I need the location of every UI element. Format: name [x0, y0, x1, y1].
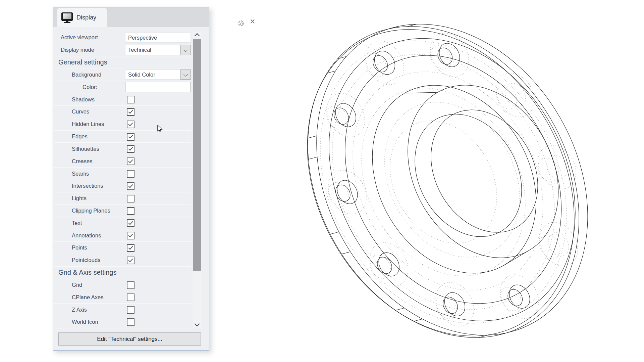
row-world-icon: World Icon	[54, 316, 191, 328]
checkbox-world-icon[interactable]	[127, 318, 135, 326]
scroll-up-icon[interactable]	[193, 32, 202, 39]
label-shadows: Shadows	[54, 96, 95, 103]
label-hidden-lines: Hidden Lines	[54, 121, 104, 127]
label-general-settings: General settings	[54, 58, 107, 66]
checkbox-creases[interactable]	[127, 157, 135, 165]
row-creases: Creases	[54, 155, 191, 168]
section-header-grid-axis-settings: Grid & Axis settings	[54, 267, 191, 279]
row-cplane-axes: CPlane Axes	[54, 291, 191, 304]
checkbox-grid[interactable]	[127, 281, 135, 289]
checkbox-cplane-axes[interactable]	[127, 293, 135, 301]
row-clipping-planes: Clipping Planes	[54, 205, 191, 217]
value-active-viewport: Perspective	[125, 33, 191, 43]
scrollbar[interactable]	[193, 32, 202, 328]
row-text: Text	[54, 217, 191, 229]
row-hidden-lines: Hidden Lines	[54, 118, 191, 131]
label-cplane-axes: CPlane Axes	[54, 294, 103, 301]
label-pointclouds: Pointclouds	[54, 257, 100, 263]
label-background: Background	[54, 72, 101, 78]
section-header-general-settings: General settings	[54, 56, 191, 69]
chevron-down-icon[interactable]	[180, 70, 191, 80]
checkbox-pointclouds[interactable]	[127, 257, 135, 264]
row-annotations: Annotations	[54, 229, 191, 242]
checkbox-clipping-planes[interactable]	[127, 207, 135, 215]
edit-technical-settings-button[interactable]: Edit "Technical" settings...	[58, 332, 201, 346]
color-swatch[interactable]	[125, 82, 191, 92]
label-lights: Lights	[54, 195, 87, 201]
checkbox-lights[interactable]	[127, 195, 135, 202]
checkbox-hidden-lines[interactable]	[127, 121, 135, 128]
row-shadows: Shadows	[54, 93, 191, 106]
row-points: Points	[54, 242, 191, 254]
label-annotations: Annotations	[54, 232, 101, 239]
label-seams: Seams	[54, 171, 89, 177]
checkbox-annotations[interactable]	[127, 232, 135, 239]
label-curves: Curves	[54, 108, 89, 115]
label-grid-axis-settings: Grid & Axis settings	[54, 269, 116, 276]
label-silhouettes: Silhouettes	[54, 146, 99, 152]
row-intersections: Intersections	[54, 180, 191, 192]
row-grid: Grid	[54, 279, 191, 291]
label-world-icon: World Icon	[54, 319, 98, 325]
row-lights: Lights	[54, 192, 191, 205]
checkbox-shadows[interactable]	[127, 96, 135, 103]
checkbox-seams[interactable]	[127, 170, 135, 178]
row-curves: Curves	[54, 106, 191, 118]
row-silhouettes: Silhouettes	[54, 143, 191, 155]
label-creases: Creases	[54, 158, 92, 165]
chevron-down-icon[interactable]	[180, 45, 191, 55]
label-clipping-planes: Clipping Planes	[54, 208, 110, 214]
row-color: Color:	[54, 81, 191, 93]
scrollbar-thumb[interactable]	[193, 39, 201, 271]
settings-rows: Active viewport Perspective Display mode…	[54, 32, 191, 328]
checkbox-points[interactable]	[127, 244, 135, 252]
row-active-viewport: Active viewport Perspective	[54, 32, 191, 44]
label-intersections: Intersections	[54, 183, 103, 189]
label-active-viewport: Active viewport	[54, 34, 98, 41]
checkbox-curves[interactable]	[127, 108, 135, 116]
checkbox-intersections[interactable]	[127, 182, 135, 190]
monitor-icon	[61, 12, 73, 23]
checkbox-z-axis[interactable]	[127, 306, 135, 314]
label-z-axis: Z Axis	[54, 307, 87, 313]
panel-tabbar: Display ×	[53, 7, 209, 27]
gear-icon[interactable]	[238, 20, 244, 26]
row-edges: Edges	[54, 131, 191, 143]
label-text: Text	[54, 220, 82, 226]
row-seams: Seams	[54, 168, 191, 180]
checkbox-silhouettes[interactable]	[127, 145, 135, 153]
label-display-mode: Display mode	[54, 47, 94, 53]
checkbox-edges[interactable]	[127, 133, 135, 141]
row-pointclouds: Pointclouds	[54, 254, 191, 267]
display-panel: Display × Active viewport Perspective Di…	[53, 7, 209, 351]
label-points: Points	[54, 244, 87, 251]
checkbox-text[interactable]	[127, 219, 135, 227]
row-background: Background Solid Color	[54, 69, 191, 81]
tab-display[interactable]: Display	[57, 8, 107, 27]
row-display-mode: Display mode Technical	[54, 44, 191, 56]
label-grid: Grid	[54, 282, 82, 288]
label-edges: Edges	[54, 133, 88, 140]
close-icon[interactable]: ×	[248, 17, 257, 26]
label-color: Color:	[54, 84, 97, 90]
row-z-axis: Z Axis	[54, 304, 191, 316]
tab-display-label: Display	[76, 14, 96, 21]
scroll-down-icon[interactable]	[193, 321, 202, 328]
